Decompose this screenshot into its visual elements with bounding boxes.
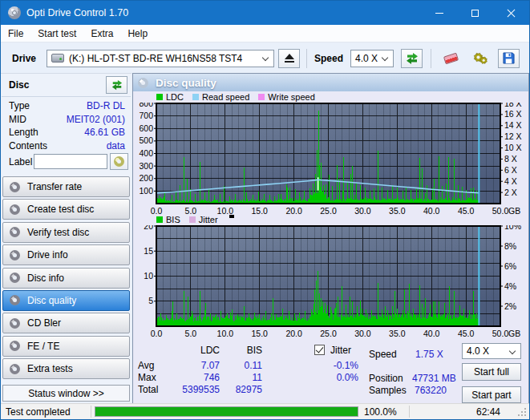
svg-text:2%: 2% (504, 301, 516, 311)
jitter-checkbox[interactable] (314, 345, 325, 355)
total-row-label: Total (138, 384, 158, 395)
svg-text:25.0: 25.0 (320, 206, 337, 216)
legend-label: LDC (166, 92, 184, 102)
refresh-icon (111, 79, 123, 91)
bis-column-header: BIS (228, 345, 262, 356)
chevron-down-icon (382, 54, 388, 60)
status-window-button[interactable]: Status window >> (2, 385, 130, 402)
disc-icon (114, 156, 124, 167)
svg-text:2 X: 2 X (504, 188, 517, 197)
svg-text:0.0: 0.0 (151, 329, 163, 338)
sidebar-item-verify-test-disc[interactable]: Verify test disc (2, 222, 130, 243)
jitter-label: Jitter (330, 345, 351, 356)
divider (2, 96, 131, 97)
svg-text:40.0: 40.0 (423, 329, 440, 338)
svg-text:800: 800 (139, 103, 153, 108)
sidebar-item-extra-tests[interactable]: Extra tests (2, 358, 130, 379)
disc-icon (10, 250, 20, 260)
samples-stat-value: 763220 (415, 385, 447, 396)
svg-text:6%: 6% (504, 261, 516, 271)
sidebar-item-label: Drive info (27, 249, 68, 260)
label-input[interactable] (34, 154, 107, 169)
drive-label: Drive (12, 53, 36, 64)
svg-text:16 X: 16 X (504, 109, 522, 119)
disc-row-value[interactable]: data (107, 140, 125, 151)
svg-text:200: 200 (139, 173, 153, 183)
ldc-avg-value: 7.07 (165, 360, 220, 371)
disc-icon (10, 295, 20, 305)
position-stat-label: Position (369, 373, 403, 384)
sidebar-item-transfer-rate[interactable]: Transfer rate (2, 176, 130, 197)
drive-combobox[interactable]: (K:) HL-DT-ST BD-RE WH16NS58 TST4 (47, 50, 274, 67)
svg-text:4%: 4% (504, 281, 516, 291)
sidebar-item-drive-info[interactable]: Drive info (2, 244, 130, 265)
statusbar-separator (409, 406, 410, 418)
svg-text:4 X: 4 X (504, 176, 517, 186)
menubar: FileStart testExtraHelp (1, 25, 529, 42)
resize-grip[interactable] (518, 408, 526, 416)
svg-text:600: 600 (139, 123, 153, 133)
label-disc-button[interactable] (110, 153, 128, 170)
svg-text:15: 15 (144, 246, 153, 256)
ldc-max-value: 746 (165, 372, 220, 383)
eject-button[interactable] (278, 49, 300, 68)
svg-text:700: 700 (139, 111, 153, 120)
statusbar: Test completed 100.0% 62:44 (1, 403, 529, 419)
svg-text:10 X: 10 X (504, 143, 522, 152)
menu-help[interactable]: Help (120, 26, 155, 42)
ldc-total-value: 5399535 (165, 384, 220, 395)
settings-button[interactable] (468, 48, 492, 69)
sidebar-item-cd-bler[interactable]: CD Bler (2, 313, 130, 333)
svg-text:100: 100 (139, 186, 153, 196)
eject-icon (285, 54, 294, 63)
legend-label: Jitter (199, 215, 218, 224)
minimize-button[interactable] (421, 1, 457, 25)
status-text: Test completed (6, 406, 71, 418)
close-button[interactable] (493, 1, 529, 25)
bis-max-value: 11 (228, 372, 262, 383)
sidebar-item-disc-info[interactable]: Disc info (2, 268, 130, 289)
panel-header: Disc quality (133, 74, 528, 91)
sidebar-item-fe-te[interactable]: FE / TE (2, 336, 130, 357)
refresh-button[interactable] (401, 49, 423, 68)
titlebar: Opti Drive Control 1.70 (1, 1, 529, 25)
disc-refresh-button[interactable] (106, 76, 127, 94)
maximize-button[interactable] (457, 1, 493, 25)
svg-text:18 X: 18 X (504, 103, 522, 108)
disc-icon (10, 341, 20, 351)
menu-extra[interactable]: Extra (83, 26, 120, 42)
disc-panel-title: Disc (9, 79, 29, 91)
legend-swatch-jitter (189, 216, 196, 223)
sidebar-item-create-test-disc[interactable]: Create test disc (2, 199, 130, 220)
svg-text:35.0: 35.0 (389, 206, 406, 216)
start-full-button[interactable]: Start full (462, 363, 521, 381)
speed-combobox-value: 4.0 X (355, 53, 378, 64)
bottom-chart-legend: BISJitter (156, 215, 234, 224)
disc-row-value: MEIT02 (001) (67, 114, 125, 125)
toolbar: Drive (K:) HL-DT-ST BD-RE WH16NS58 TST4 … (1, 43, 529, 73)
sidebar-nav: Transfer rateCreate test discVerify test… (2, 176, 130, 382)
sidebar-item-label: Disc quality (27, 295, 76, 306)
erase-disc-button[interactable] (439, 48, 463, 69)
disc-icon (138, 78, 148, 88)
maximize-icon (471, 10, 479, 17)
svg-text:10%: 10% (504, 225, 521, 231)
refresh-icon (406, 52, 419, 65)
statusbar-separator (91, 406, 91, 418)
legend-item-ldc: LDC (156, 92, 184, 102)
menu-file[interactable]: File (1, 26, 30, 42)
chevron-down-icon (262, 54, 269, 60)
sidebar-item-label: Verify test disc (27, 227, 89, 238)
disc-icon (10, 364, 20, 374)
menu-start-test[interactable]: Start test (30, 26, 83, 42)
sidebar-item-disc-quality[interactable]: Disc quality (2, 290, 130, 311)
speed-combobox[interactable]: 4.0 X (350, 50, 394, 67)
save-button[interactable] (498, 49, 520, 68)
start-part-button[interactable]: Start part (462, 386, 521, 403)
legend-item-bis: BIS (156, 215, 180, 224)
svg-text:25.0: 25.0 (320, 329, 337, 338)
svg-text:20: 20 (144, 225, 153, 231)
top-chart-legend: LDCRead speedWrite speed (156, 92, 315, 102)
bis-avg-value: 0.11 (228, 360, 262, 371)
test-speed-select[interactable]: 4.0 X (462, 343, 521, 359)
